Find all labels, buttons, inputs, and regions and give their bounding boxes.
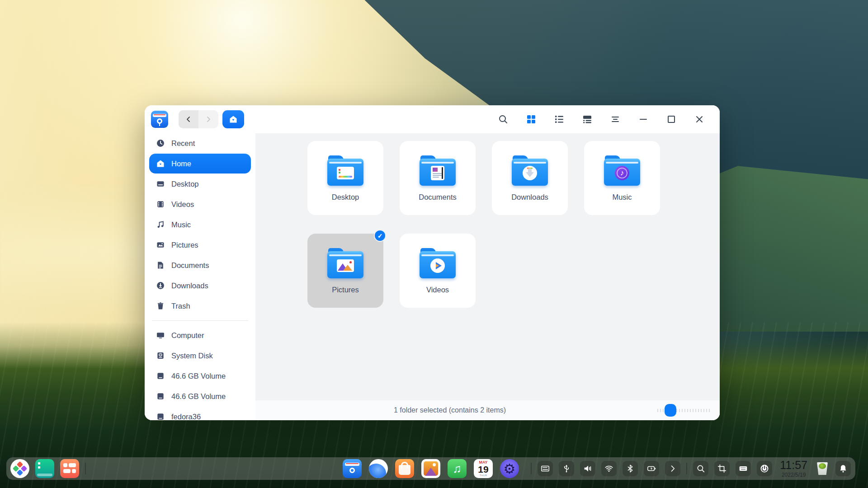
volume-tray-button[interactable] bbox=[580, 461, 595, 476]
minimize-icon bbox=[638, 114, 649, 125]
titlebar[interactable] bbox=[145, 105, 720, 133]
bluetooth-icon bbox=[625, 464, 635, 474]
slider-thumb[interactable] bbox=[665, 404, 676, 417]
clock-date: 2022/5/19 bbox=[780, 472, 807, 478]
clock[interactable]: 11:57 2022/5/19 bbox=[780, 460, 807, 478]
dock-file-manager-icon[interactable] bbox=[343, 459, 362, 478]
dock-music-icon[interactable]: ♫ bbox=[448, 459, 467, 478]
sidebar-item-home[interactable]: Home bbox=[149, 154, 251, 174]
sidebar-item-label: 46.6 GB Volume bbox=[171, 372, 226, 380]
back-button[interactable] bbox=[179, 110, 198, 128]
grand-search-button[interactable] bbox=[693, 461, 708, 476]
grid-view-button[interactable] bbox=[525, 113, 537, 125]
detail-view-button[interactable] bbox=[581, 113, 593, 125]
sidebar-item-volume-1[interactable]: 46.6 GB Volume bbox=[149, 366, 251, 386]
sidebar-item-label: Music bbox=[171, 221, 191, 229]
maximize-button[interactable] bbox=[665, 113, 677, 125]
usb-tray-button[interactable] bbox=[559, 461, 574, 476]
notification-center-button[interactable] bbox=[835, 461, 851, 476]
folder-icon bbox=[512, 159, 548, 186]
sidebar-item-trash[interactable]: Trash bbox=[149, 296, 251, 316]
sidebar: Recent Home Desktop Videos Music bbox=[145, 133, 255, 420]
dock-separator bbox=[686, 463, 687, 474]
forward-button[interactable] bbox=[198, 110, 218, 128]
sidebar-item-recent[interactable]: Recent bbox=[149, 133, 251, 153]
music-note-glyph: ♫ bbox=[453, 462, 462, 476]
computer-icon bbox=[156, 331, 165, 340]
dock-control-center-icon[interactable]: ⚙ bbox=[500, 459, 519, 478]
minimize-button[interactable] bbox=[637, 113, 649, 125]
folder-desktop[interactable]: Desktop bbox=[307, 141, 383, 215]
onscreen-keyboard-button[interactable] bbox=[736, 461, 751, 476]
icon-size-slider[interactable] bbox=[657, 407, 710, 414]
launcher-icon[interactable] bbox=[10, 459, 29, 478]
wifi-tray-button[interactable] bbox=[601, 461, 617, 476]
sidebar-item-label: fedora36 bbox=[171, 413, 201, 421]
bluetooth-tray-button[interactable] bbox=[623, 461, 638, 476]
file-manager-window: Recent Home Desktop Videos Music bbox=[145, 105, 720, 420]
desktop-icon bbox=[156, 179, 165, 188]
calendar-day: 19 bbox=[478, 465, 488, 474]
sidebar-item-pictures[interactable]: Pictures bbox=[149, 235, 251, 255]
clock-time: 11:57 bbox=[780, 460, 807, 471]
sidebar-item-desktop[interactable]: Desktop bbox=[149, 174, 251, 194]
folder-videos[interactable]: Videos bbox=[400, 234, 476, 308]
battery-tray-button[interactable] bbox=[644, 461, 659, 476]
home-button[interactable] bbox=[222, 110, 244, 128]
folder-name: Music bbox=[612, 193, 632, 202]
folder-name: Pictures bbox=[332, 286, 359, 294]
sidebar-item-downloads[interactable]: Downloads bbox=[149, 276, 251, 296]
gear-icon: ⚙ bbox=[504, 461, 516, 477]
close-icon bbox=[694, 114, 705, 125]
battery-charging-icon bbox=[646, 464, 656, 474]
file-view[interactable]: Desktop Documents Do bbox=[255, 133, 720, 420]
videos-icon bbox=[156, 200, 165, 209]
maximize-icon bbox=[666, 114, 677, 125]
sidebar-item-volume-2[interactable]: 46.6 GB Volume bbox=[149, 386, 251, 406]
folder-name: Downloads bbox=[511, 193, 548, 202]
sidebar-item-music[interactable]: Music bbox=[149, 215, 251, 235]
multitasking-view-icon[interactable] bbox=[60, 459, 79, 478]
sidebar-item-label: System Disk bbox=[171, 352, 213, 360]
power-icon bbox=[759, 463, 770, 474]
pictures-icon bbox=[156, 240, 165, 249]
onscreen-keyboard-icon bbox=[738, 464, 748, 474]
disk-icon bbox=[156, 392, 165, 401]
sidebar-item-label: Pictures bbox=[171, 241, 198, 249]
keyboard-layout-tray-button[interactable] bbox=[538, 461, 553, 476]
dock-app-store-icon[interactable] bbox=[395, 459, 414, 478]
menu-button[interactable] bbox=[609, 113, 621, 125]
trash-dock-icon[interactable] bbox=[815, 460, 830, 477]
search-button[interactable] bbox=[497, 113, 509, 125]
sidebar-item-documents[interactable]: Documents bbox=[149, 255, 251, 275]
file-manager-logo-icon bbox=[151, 111, 168, 128]
list-view-icon bbox=[554, 114, 565, 125]
folder-downloads[interactable]: Downloads bbox=[492, 141, 568, 215]
sidebar-item-system-disk[interactable]: System Disk bbox=[149, 346, 251, 366]
screenshot-button[interactable] bbox=[714, 461, 730, 476]
list-view-button[interactable] bbox=[553, 113, 565, 125]
folder-icon bbox=[327, 159, 363, 186]
nav-buttons bbox=[179, 110, 218, 128]
usb-icon bbox=[561, 464, 571, 474]
calendar-weekday: THUR bbox=[480, 474, 487, 477]
folder-music[interactable]: ♪ Music bbox=[584, 141, 660, 215]
sidebar-item-label: Videos bbox=[171, 200, 194, 209]
taskbar: ♫ MAY 19 THUR ⚙ bbox=[6, 457, 855, 480]
dock-separator bbox=[531, 463, 532, 474]
dock-calendar-icon[interactable]: MAY 19 THUR bbox=[474, 459, 493, 478]
dock-browser-icon[interactable] bbox=[369, 459, 388, 478]
sidebar-item-videos[interactable]: Videos bbox=[149, 194, 251, 214]
keyboard-icon bbox=[540, 464, 550, 474]
shutdown-button[interactable] bbox=[757, 461, 772, 476]
close-button[interactable] bbox=[693, 113, 705, 125]
sidebar-item-computer[interactable]: Computer bbox=[149, 325, 251, 345]
selection-status-text: 1 folder selected (contains 2 items) bbox=[255, 400, 644, 420]
dock-photos-icon[interactable] bbox=[421, 459, 440, 478]
folder-documents[interactable]: Documents bbox=[400, 141, 476, 215]
sidebar-item-fedora36[interactable]: fedora36 bbox=[149, 407, 251, 420]
tray-expand-button[interactable] bbox=[665, 461, 680, 476]
folder-pictures-selected[interactable]: ✓ Pictures bbox=[307, 234, 383, 308]
terminal-icon[interactable] bbox=[35, 459, 54, 478]
wifi-icon bbox=[604, 464, 614, 474]
